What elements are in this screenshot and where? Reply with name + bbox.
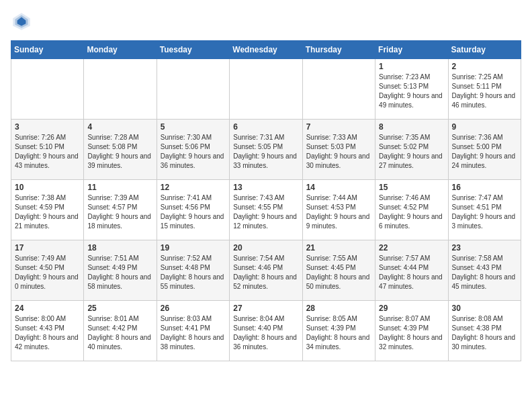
calendar-cell: 9Sunrise: 7:36 AM Sunset: 5:00 PM Daylig… (448, 120, 521, 180)
day-number: 26 (161, 304, 226, 313)
day-number: 6 (233, 122, 298, 132)
calendar-cell: 27Sunrise: 8:04 AM Sunset: 4:40 PM Dayli… (230, 301, 302, 361)
day-info: Sunrise: 8:00 AM Sunset: 4:43 PM Dayligh… (15, 314, 80, 352)
day-info: Sunrise: 7:26 AM Sunset: 5:10 PM Dayligh… (15, 133, 80, 171)
day-number: 23 (452, 243, 517, 253)
calendar-cell: 20Sunrise: 7:54 AM Sunset: 4:46 PM Dayli… (230, 240, 302, 301)
day-info: Sunrise: 7:51 AM Sunset: 4:49 PM Dayligh… (87, 254, 152, 291)
calendar-week-row: 17Sunrise: 7:49 AM Sunset: 4:50 PM Dayli… (11, 240, 521, 301)
day-info: Sunrise: 7:49 AM Sunset: 4:50 PM Dayligh… (15, 254, 80, 291)
calendar-cell (230, 59, 302, 120)
calendar-cell: 11Sunrise: 7:39 AM Sunset: 4:57 PM Dayli… (84, 180, 157, 240)
day-info: Sunrise: 7:31 AM Sunset: 5:05 PM Dayligh… (233, 133, 298, 171)
logo-icon (11, 11, 32, 32)
page-header (11, 11, 521, 32)
calendar-header-row: SundayMondayTuesdayWednesdayThursdayFrid… (11, 41, 521, 59)
day-info: Sunrise: 7:36 AM Sunset: 5:00 PM Dayligh… (452, 133, 517, 171)
calendar-week-row: 1Sunrise: 7:23 AM Sunset: 5:13 PM Daylig… (11, 59, 521, 120)
day-number: 17 (15, 243, 80, 253)
day-info: Sunrise: 7:33 AM Sunset: 5:03 PM Dayligh… (306, 133, 371, 171)
calendar-cell (84, 59, 157, 120)
day-number: 21 (306, 243, 371, 253)
calendar-cell: 8Sunrise: 7:35 AM Sunset: 5:02 PM Daylig… (375, 120, 448, 180)
day-info: Sunrise: 7:23 AM Sunset: 5:13 PM Dayligh… (379, 73, 444, 110)
calendar-cell: 6Sunrise: 7:31 AM Sunset: 5:05 PM Daylig… (230, 120, 302, 180)
day-number: 9 (452, 122, 517, 132)
day-number: 14 (306, 183, 371, 192)
calendar-cell: 16Sunrise: 7:47 AM Sunset: 4:51 PM Dayli… (448, 180, 521, 240)
day-number: 27 (233, 304, 298, 313)
calendar-cell: 7Sunrise: 7:33 AM Sunset: 5:03 PM Daylig… (302, 120, 375, 180)
column-header-friday: Friday (375, 41, 448, 59)
column-header-monday: Monday (84, 41, 157, 59)
day-info: Sunrise: 7:28 AM Sunset: 5:08 PM Dayligh… (87, 133, 152, 171)
day-info: Sunrise: 8:05 AM Sunset: 4:39 PM Dayligh… (306, 314, 371, 352)
column-header-saturday: Saturday (448, 41, 521, 59)
day-info: Sunrise: 8:08 AM Sunset: 4:38 PM Dayligh… (452, 314, 517, 352)
day-info: Sunrise: 8:03 AM Sunset: 4:41 PM Dayligh… (161, 314, 226, 352)
day-info: Sunrise: 7:25 AM Sunset: 5:11 PM Dayligh… (452, 73, 517, 110)
day-number: 25 (87, 304, 152, 313)
day-info: Sunrise: 7:47 AM Sunset: 4:51 PM Dayligh… (452, 193, 517, 231)
day-number: 16 (452, 183, 517, 192)
column-header-tuesday: Tuesday (157, 41, 229, 59)
calendar-cell: 18Sunrise: 7:51 AM Sunset: 4:49 PM Dayli… (84, 240, 157, 301)
day-info: Sunrise: 8:04 AM Sunset: 4:40 PM Dayligh… (233, 314, 298, 352)
day-info: Sunrise: 8:07 AM Sunset: 4:39 PM Dayligh… (379, 314, 444, 352)
calendar-cell: 14Sunrise: 7:44 AM Sunset: 4:53 PM Dayli… (302, 180, 375, 240)
day-number: 5 (161, 122, 226, 132)
calendar-week-row: 10Sunrise: 7:38 AM Sunset: 4:59 PM Dayli… (11, 180, 521, 240)
calendar-cell: 5Sunrise: 7:30 AM Sunset: 5:06 PM Daylig… (157, 120, 229, 180)
calendar-cell: 15Sunrise: 7:46 AM Sunset: 4:52 PM Dayli… (375, 180, 448, 240)
day-number: 22 (379, 243, 444, 253)
calendar-cell: 30Sunrise: 8:08 AM Sunset: 4:38 PM Dayli… (448, 301, 521, 361)
day-number: 3 (15, 122, 80, 132)
calendar-cell: 24Sunrise: 8:00 AM Sunset: 4:43 PM Dayli… (11, 301, 84, 361)
day-info: Sunrise: 7:30 AM Sunset: 5:06 PM Dayligh… (161, 133, 226, 171)
calendar-cell: 4Sunrise: 7:28 AM Sunset: 5:08 PM Daylig… (84, 120, 157, 180)
day-info: Sunrise: 7:35 AM Sunset: 5:02 PM Dayligh… (379, 133, 444, 171)
day-number: 1 (379, 62, 444, 71)
calendar-cell: 25Sunrise: 8:01 AM Sunset: 4:42 PM Dayli… (84, 301, 157, 361)
day-info: Sunrise: 7:43 AM Sunset: 4:55 PM Dayligh… (233, 193, 298, 231)
day-info: Sunrise: 7:55 AM Sunset: 4:45 PM Dayligh… (306, 254, 371, 291)
calendar-cell: 29Sunrise: 8:07 AM Sunset: 4:39 PM Dayli… (375, 301, 448, 361)
day-number: 4 (87, 122, 152, 132)
day-number: 29 (379, 304, 444, 313)
day-info: Sunrise: 7:41 AM Sunset: 4:56 PM Dayligh… (161, 193, 226, 231)
day-number: 30 (452, 304, 517, 313)
day-number: 7 (306, 122, 371, 132)
day-number: 12 (161, 183, 226, 192)
day-info: Sunrise: 8:01 AM Sunset: 4:42 PM Dayligh… (87, 314, 152, 352)
day-number: 11 (87, 183, 152, 192)
calendar-cell: 19Sunrise: 7:52 AM Sunset: 4:48 PM Dayli… (157, 240, 229, 301)
day-number: 28 (306, 304, 371, 313)
day-number: 8 (379, 122, 444, 132)
day-number: 19 (161, 243, 226, 253)
calendar-cell: 3Sunrise: 7:26 AM Sunset: 5:10 PM Daylig… (11, 120, 84, 180)
calendar-cell: 22Sunrise: 7:57 AM Sunset: 4:44 PM Dayli… (375, 240, 448, 301)
calendar-cell: 23Sunrise: 7:58 AM Sunset: 4:43 PM Dayli… (448, 240, 521, 301)
calendar-cell: 21Sunrise: 7:55 AM Sunset: 4:45 PM Dayli… (302, 240, 375, 301)
day-number: 15 (379, 183, 444, 192)
day-info: Sunrise: 7:44 AM Sunset: 4:53 PM Dayligh… (306, 193, 371, 231)
column-header-thursday: Thursday (302, 41, 375, 59)
day-number: 20 (233, 243, 298, 253)
day-number: 10 (15, 183, 80, 192)
day-info: Sunrise: 7:57 AM Sunset: 4:44 PM Dayligh… (379, 254, 444, 291)
calendar-week-row: 3Sunrise: 7:26 AM Sunset: 5:10 PM Daylig… (11, 120, 521, 180)
calendar-cell: 2Sunrise: 7:25 AM Sunset: 5:11 PM Daylig… (448, 59, 521, 120)
column-header-wednesday: Wednesday (230, 41, 302, 59)
calendar-cell (11, 59, 84, 120)
day-number: 24 (15, 304, 80, 313)
calendar-cell: 12Sunrise: 7:41 AM Sunset: 4:56 PM Dayli… (157, 180, 229, 240)
day-info: Sunrise: 7:58 AM Sunset: 4:43 PM Dayligh… (452, 254, 517, 291)
calendar-cell: 17Sunrise: 7:49 AM Sunset: 4:50 PM Dayli… (11, 240, 84, 301)
column-header-sunday: Sunday (11, 41, 84, 59)
calendar-cell: 10Sunrise: 7:38 AM Sunset: 4:59 PM Dayli… (11, 180, 84, 240)
day-info: Sunrise: 7:39 AM Sunset: 4:57 PM Dayligh… (87, 193, 152, 231)
calendar-cell: 28Sunrise: 8:05 AM Sunset: 4:39 PM Dayli… (302, 301, 375, 361)
day-info: Sunrise: 7:38 AM Sunset: 4:59 PM Dayligh… (15, 193, 80, 231)
calendar-cell: 1Sunrise: 7:23 AM Sunset: 5:13 PM Daylig… (375, 59, 448, 120)
logo (11, 11, 35, 32)
